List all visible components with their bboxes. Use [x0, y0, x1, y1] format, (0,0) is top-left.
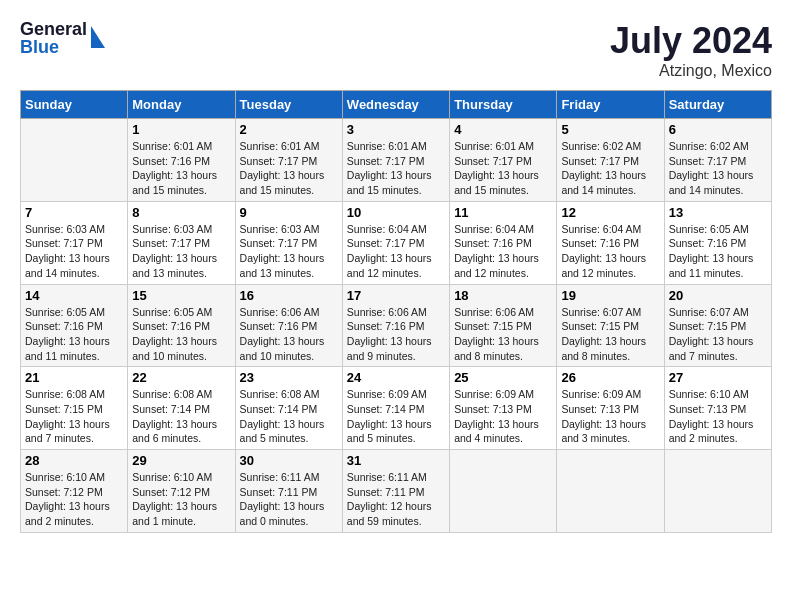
page-header: General Blue July 2024 Atzingo, Mexico [20, 20, 772, 80]
day-info: Sunrise: 6:11 AM Sunset: 7:11 PM Dayligh… [240, 470, 338, 529]
calendar-cell: 5Sunrise: 6:02 AM Sunset: 7:17 PM Daylig… [557, 119, 664, 202]
calendar-cell: 26Sunrise: 6:09 AM Sunset: 7:13 PM Dayli… [557, 367, 664, 450]
day-number: 20 [669, 288, 767, 303]
calendar-cell: 6Sunrise: 6:02 AM Sunset: 7:17 PM Daylig… [664, 119, 771, 202]
logo-brand: General Blue [20, 20, 87, 56]
calendar-cell: 29Sunrise: 6:10 AM Sunset: 7:12 PM Dayli… [128, 450, 235, 533]
day-info: Sunrise: 6:10 AM Sunset: 7:12 PM Dayligh… [25, 470, 123, 529]
day-info: Sunrise: 6:01 AM Sunset: 7:17 PM Dayligh… [454, 139, 552, 198]
day-info: Sunrise: 6:07 AM Sunset: 7:15 PM Dayligh… [561, 305, 659, 364]
day-info: Sunrise: 6:03 AM Sunset: 7:17 PM Dayligh… [240, 222, 338, 281]
day-info: Sunrise: 6:05 AM Sunset: 7:16 PM Dayligh… [669, 222, 767, 281]
day-info: Sunrise: 6:11 AM Sunset: 7:11 PM Dayligh… [347, 470, 445, 529]
day-number: 2 [240, 122, 338, 137]
day-info: Sunrise: 6:06 AM Sunset: 7:15 PM Dayligh… [454, 305, 552, 364]
logo-general-text: General [20, 20, 87, 38]
day-info: Sunrise: 6:10 AM Sunset: 7:13 PM Dayligh… [669, 387, 767, 446]
calendar-cell: 16Sunrise: 6:06 AM Sunset: 7:16 PM Dayli… [235, 284, 342, 367]
calendar-cell: 1Sunrise: 6:01 AM Sunset: 7:16 PM Daylig… [128, 119, 235, 202]
calendar-cell: 17Sunrise: 6:06 AM Sunset: 7:16 PM Dayli… [342, 284, 449, 367]
day-info: Sunrise: 6:09 AM Sunset: 7:13 PM Dayligh… [561, 387, 659, 446]
calendar-subtitle: Atzingo, Mexico [610, 62, 772, 80]
calendar-cell: 13Sunrise: 6:05 AM Sunset: 7:16 PM Dayli… [664, 201, 771, 284]
day-number: 22 [132, 370, 230, 385]
day-info: Sunrise: 6:01 AM Sunset: 7:17 PM Dayligh… [347, 139, 445, 198]
day-info: Sunrise: 6:01 AM Sunset: 7:16 PM Dayligh… [132, 139, 230, 198]
calendar-cell: 21Sunrise: 6:08 AM Sunset: 7:15 PM Dayli… [21, 367, 128, 450]
day-number: 13 [669, 205, 767, 220]
day-number: 17 [347, 288, 445, 303]
calendar-cell [21, 119, 128, 202]
week-row-5: 28Sunrise: 6:10 AM Sunset: 7:12 PM Dayli… [21, 450, 772, 533]
calendar-cell: 19Sunrise: 6:07 AM Sunset: 7:15 PM Dayli… [557, 284, 664, 367]
calendar-cell [664, 450, 771, 533]
calendar-cell: 9Sunrise: 6:03 AM Sunset: 7:17 PM Daylig… [235, 201, 342, 284]
day-info: Sunrise: 6:08 AM Sunset: 7:14 PM Dayligh… [240, 387, 338, 446]
calendar-title: July 2024 [610, 20, 772, 62]
calendar-cell: 11Sunrise: 6:04 AM Sunset: 7:16 PM Dayli… [450, 201, 557, 284]
day-info: Sunrise: 6:05 AM Sunset: 7:16 PM Dayligh… [132, 305, 230, 364]
day-number: 15 [132, 288, 230, 303]
header-wednesday: Wednesday [342, 91, 449, 119]
day-number: 24 [347, 370, 445, 385]
day-number: 26 [561, 370, 659, 385]
calendar-cell: 27Sunrise: 6:10 AM Sunset: 7:13 PM Dayli… [664, 367, 771, 450]
calendar-cell: 28Sunrise: 6:10 AM Sunset: 7:12 PM Dayli… [21, 450, 128, 533]
calendar-cell: 25Sunrise: 6:09 AM Sunset: 7:13 PM Dayli… [450, 367, 557, 450]
day-number: 10 [347, 205, 445, 220]
week-row-1: 1Sunrise: 6:01 AM Sunset: 7:16 PM Daylig… [21, 119, 772, 202]
day-info: Sunrise: 6:04 AM Sunset: 7:17 PM Dayligh… [347, 222, 445, 281]
day-info: Sunrise: 6:06 AM Sunset: 7:16 PM Dayligh… [240, 305, 338, 364]
header-thursday: Thursday [450, 91, 557, 119]
day-info: Sunrise: 6:09 AM Sunset: 7:14 PM Dayligh… [347, 387, 445, 446]
calendar-cell: 20Sunrise: 6:07 AM Sunset: 7:15 PM Dayli… [664, 284, 771, 367]
day-number: 7 [25, 205, 123, 220]
calendar-cell: 8Sunrise: 6:03 AM Sunset: 7:17 PM Daylig… [128, 201, 235, 284]
calendar-cell: 2Sunrise: 6:01 AM Sunset: 7:17 PM Daylig… [235, 119, 342, 202]
day-number: 3 [347, 122, 445, 137]
calendar-cell: 3Sunrise: 6:01 AM Sunset: 7:17 PM Daylig… [342, 119, 449, 202]
day-info: Sunrise: 6:01 AM Sunset: 7:17 PM Dayligh… [240, 139, 338, 198]
day-number: 31 [347, 453, 445, 468]
day-info: Sunrise: 6:08 AM Sunset: 7:15 PM Dayligh… [25, 387, 123, 446]
logo: General Blue [20, 20, 105, 56]
logo-triangle-icon [91, 26, 105, 48]
day-info: Sunrise: 6:06 AM Sunset: 7:16 PM Dayligh… [347, 305, 445, 364]
day-number: 21 [25, 370, 123, 385]
day-number: 30 [240, 453, 338, 468]
day-info: Sunrise: 6:07 AM Sunset: 7:15 PM Dayligh… [669, 305, 767, 364]
calendar-cell: 4Sunrise: 6:01 AM Sunset: 7:17 PM Daylig… [450, 119, 557, 202]
calendar-cell: 12Sunrise: 6:04 AM Sunset: 7:16 PM Dayli… [557, 201, 664, 284]
calendar-cell [557, 450, 664, 533]
day-info: Sunrise: 6:02 AM Sunset: 7:17 PM Dayligh… [669, 139, 767, 198]
calendar-cell: 10Sunrise: 6:04 AM Sunset: 7:17 PM Dayli… [342, 201, 449, 284]
logo-blue-text: Blue [20, 38, 87, 56]
header-monday: Monday [128, 91, 235, 119]
day-info: Sunrise: 6:03 AM Sunset: 7:17 PM Dayligh… [132, 222, 230, 281]
calendar-cell: 23Sunrise: 6:08 AM Sunset: 7:14 PM Dayli… [235, 367, 342, 450]
header-sunday: Sunday [21, 91, 128, 119]
day-info: Sunrise: 6:04 AM Sunset: 7:16 PM Dayligh… [561, 222, 659, 281]
day-info: Sunrise: 6:03 AM Sunset: 7:17 PM Dayligh… [25, 222, 123, 281]
day-number: 16 [240, 288, 338, 303]
day-info: Sunrise: 6:08 AM Sunset: 7:14 PM Dayligh… [132, 387, 230, 446]
week-row-4: 21Sunrise: 6:08 AM Sunset: 7:15 PM Dayli… [21, 367, 772, 450]
day-number: 18 [454, 288, 552, 303]
day-number: 19 [561, 288, 659, 303]
title-block: July 2024 Atzingo, Mexico [610, 20, 772, 80]
day-number: 6 [669, 122, 767, 137]
day-info: Sunrise: 6:04 AM Sunset: 7:16 PM Dayligh… [454, 222, 552, 281]
calendar-cell [450, 450, 557, 533]
calendar-cell: 31Sunrise: 6:11 AM Sunset: 7:11 PM Dayli… [342, 450, 449, 533]
day-info: Sunrise: 6:09 AM Sunset: 7:13 PM Dayligh… [454, 387, 552, 446]
calendar-cell: 14Sunrise: 6:05 AM Sunset: 7:16 PM Dayli… [21, 284, 128, 367]
day-number: 25 [454, 370, 552, 385]
day-number: 27 [669, 370, 767, 385]
day-number: 9 [240, 205, 338, 220]
calendar-cell: 24Sunrise: 6:09 AM Sunset: 7:14 PM Dayli… [342, 367, 449, 450]
day-number: 23 [240, 370, 338, 385]
day-info: Sunrise: 6:10 AM Sunset: 7:12 PM Dayligh… [132, 470, 230, 529]
day-number: 12 [561, 205, 659, 220]
calendar-cell: 22Sunrise: 6:08 AM Sunset: 7:14 PM Dayli… [128, 367, 235, 450]
week-row-3: 14Sunrise: 6:05 AM Sunset: 7:16 PM Dayli… [21, 284, 772, 367]
